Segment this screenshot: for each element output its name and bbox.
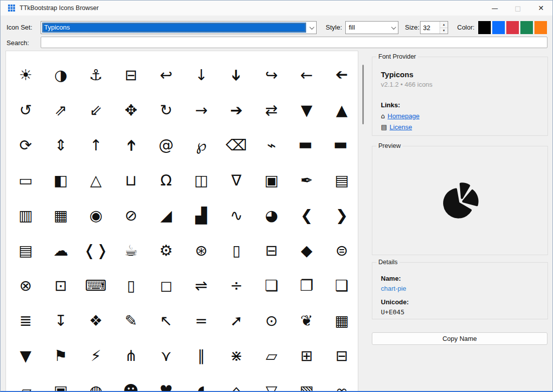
icon-cell-arrow-unsorted[interactable]: ⇕ (43, 128, 78, 163)
icon-cell-cloud-storage[interactable]: ☁ (43, 233, 78, 268)
icon-cell-css3[interactable]: ◆ (289, 233, 324, 268)
icon-cell-brush[interactable]: ✒ (289, 163, 324, 198)
icon-cell-backspace[interactable]: ⌫ (219, 128, 254, 163)
icon-cell-contacts[interactable]: ▯ (219, 233, 254, 268)
icon-cell-flow-children[interactable]: ⋔ (113, 338, 149, 373)
icon-cell-chevron-left[interactable]: ❮ (289, 198, 324, 233)
icon-cell-document[interactable]: ❏ (254, 268, 289, 303)
icon-cell-flash[interactable]: ⚡ (78, 338, 113, 373)
icon-cell-calendar[interactable]: ▦ (43, 198, 78, 233)
icon-cell-arrow-sync[interactable]: ⟳ (8, 128, 43, 163)
icon-cell-arrow-maximise[interactable]: ⇗ (43, 93, 78, 128)
size-spinbox[interactable]: ▲ ▼ (420, 21, 448, 34)
icon-cell-delete[interactable]: ⊗ (8, 268, 43, 303)
icon-cell-eject[interactable]: ↖ (149, 303, 184, 338)
icon-cell-edit[interactable]: ✎ (113, 303, 149, 338)
icon-cell-group[interactable]: ☻ (113, 373, 149, 392)
icon-cell-device-tablet[interactable]: ◻ (149, 268, 184, 303)
icon-cell-code[interactable]: ❬❭ (78, 233, 113, 268)
icon-cell-chart-pie[interactable]: ◕ (254, 198, 289, 233)
spin-down-icon[interactable]: ▼ (440, 28, 448, 34)
style-combobox[interactable]: fill (345, 21, 398, 34)
icon-cell-chart-line[interactable]: ∿ (219, 198, 254, 233)
icon-cell-arrow-forward[interactable]: ↪ (254, 58, 289, 93)
icon-cell-chart-area[interactable]: ◢ (149, 198, 184, 233)
icon-cell-download[interactable]: ↧ (43, 303, 78, 338)
icon-cell-arrow-down-thick[interactable]: ➔ (219, 58, 254, 93)
icon-cell-arrow-minimise[interactable]: ⇙ (78, 93, 113, 128)
icon-cell-arrow-right[interactable]: → (184, 93, 219, 128)
icon-cell-arrow-move[interactable]: ✥ (113, 93, 149, 128)
icon-cell-document-text[interactable]: ≣ (8, 303, 43, 338)
icon-cell-feather[interactable]: ❦ (289, 303, 324, 338)
homepage-link[interactable]: Homepage (387, 112, 420, 120)
icon-set-combobox[interactable]: Typicons (41, 21, 317, 34)
icon-cell-arrow-left[interactable]: ← (289, 58, 324, 93)
icon-cell-cancel[interactable]: ⊘ (113, 198, 149, 233)
icon-cell-chevron-right[interactable]: ❯ (324, 198, 358, 233)
icon-cell-arrow-sorted-up[interactable]: ▲ (324, 93, 358, 128)
icon-cell-flow-merge[interactable]: ⋎ (149, 338, 184, 373)
icon-cell-beaker[interactable]: △ (78, 163, 113, 198)
minimize-button[interactable]: — (483, 1, 506, 16)
icon-cell-arrow-shuffle[interactable]: ⇄ (254, 93, 289, 128)
license-link[interactable]: License (389, 123, 412, 131)
icon-cell-device-phone[interactable]: ▯ (113, 268, 149, 303)
close-button[interactable]: ✕ (529, 1, 552, 16)
icon-cell-html5[interactable]: ▽ (254, 373, 289, 392)
icon-cell-export[interactable]: ➚ (219, 303, 254, 338)
icon-cell-device-laptop[interactable]: ⌨ (78, 268, 113, 303)
icon-cell-infinity[interactable]: ∞ (324, 373, 358, 392)
icon-cell-arrow-back[interactable]: ↩ (149, 58, 184, 93)
icon-cell-arrow-left-thick[interactable]: ➔ (324, 58, 358, 93)
color-swatch-red[interactable] (506, 21, 519, 34)
copy-name-button[interactable]: Copy Name (372, 332, 547, 345)
icon-cell-battery-mid[interactable]: ◧ (43, 163, 78, 198)
icon-cell-arrow-loop[interactable]: ↺ (8, 93, 43, 128)
icon-cell-briefcase[interactable]: ▣ (254, 163, 289, 198)
icon-cell-camera[interactable]: ◉ (78, 198, 113, 233)
icon-cell-archive[interactable]: ⊟ (113, 58, 149, 93)
icon-cell-battery-high[interactable]: ▮ (324, 128, 358, 163)
icon-cell-folder-delete[interactable]: ⊟ (324, 338, 358, 373)
spin-up-icon[interactable]: ▲ (440, 22, 448, 28)
scrollbar-thumb[interactable] (362, 65, 364, 124)
icon-cell-divide[interactable]: ÷ (219, 268, 254, 303)
icon-cell-home[interactable]: ⌂ (219, 373, 254, 392)
icon-cell-flow-parallel[interactable]: ∥ (184, 338, 219, 373)
icon-cell-database[interactable]: ⊜ (324, 233, 358, 268)
icon-cell-arrow-right-thick[interactable]: ➔ (219, 93, 254, 128)
icon-grid-scrollbar[interactable] (361, 51, 365, 392)
icon-cell-folder-open[interactable]: ▱ (8, 373, 43, 392)
icon-cell-arrow-sorted-down[interactable]: ▼ (289, 93, 324, 128)
icon-cell-equals[interactable]: = (184, 303, 219, 338)
icon-cell-bookmark[interactable]: ∇ (219, 163, 254, 198)
icon-cell-flag[interactable]: ⚑ (43, 338, 78, 373)
icon-cell-arrow-down[interactable]: ↓ (184, 58, 219, 93)
icon-cell-arrow-up-thick[interactable]: ➔ (113, 128, 149, 163)
icon-cell-compass[interactable]: ⊛ (184, 233, 219, 268)
chevron-down-icon[interactable] (389, 22, 398, 34)
search-input[interactable] (41, 37, 547, 48)
icon-cell-calculator[interactable]: ▥ (8, 198, 43, 233)
icon-cell-dropbox[interactable]: ❖ (78, 303, 113, 338)
icon-cell-arrow-repeat[interactable]: ↻ (149, 93, 184, 128)
icon-cell-coffee[interactable]: ☕ (113, 233, 149, 268)
icon-cell-credit-card[interactable]: ⊟ (254, 233, 289, 268)
size-input[interactable] (421, 22, 440, 34)
icon-cell-device-desktop[interactable]: ⊡ (43, 268, 78, 303)
icon-cell-document-delete[interactable]: ❑ (324, 268, 358, 303)
color-swatch-green[interactable] (520, 21, 533, 34)
icon-cell-document-add[interactable]: ❐ (289, 268, 324, 303)
color-swatch-black[interactable] (478, 21, 491, 34)
maximize-button[interactable]: □ (506, 1, 529, 16)
icon-cell-gift[interactable]: ▣ (43, 373, 78, 392)
color-swatch-blue[interactable] (492, 21, 505, 34)
icon-cell-flow-switch[interactable]: ⋇ (219, 338, 254, 373)
icon-cell-anchor[interactable]: ⚓ (78, 58, 113, 93)
color-swatch-orange[interactable] (534, 21, 547, 34)
icon-cell-bell[interactable]: Ω (149, 163, 184, 198)
icon-cell-arrow-up[interactable]: ↑ (78, 128, 113, 163)
icon-cell-film[interactable]: ▦ (324, 303, 358, 338)
icon-cell-battery-low[interactable]: ▭ (8, 163, 43, 198)
